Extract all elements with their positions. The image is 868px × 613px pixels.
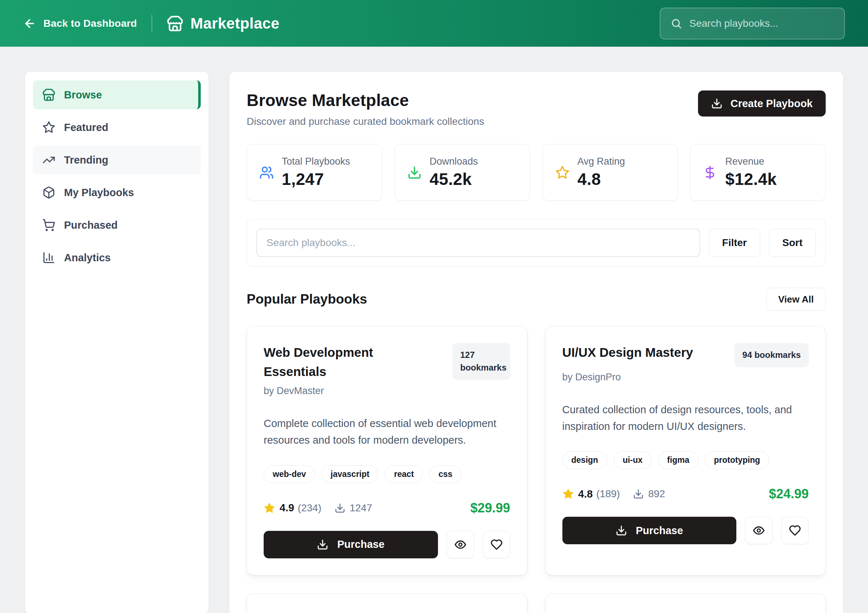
sidebar-item-label: Purchased xyxy=(64,219,118,231)
main-panel: Browse Marketplace Discover and purchase… xyxy=(229,71,843,613)
playbook-author: by DevMaster xyxy=(264,385,510,397)
tag: ui-ux xyxy=(614,451,652,469)
sidebar-item-analytics[interactable]: Analytics xyxy=(33,243,201,272)
filter-button[interactable]: Filter xyxy=(709,229,760,257)
stats-grid: Total Playbooks 1,247 Downloads 45.2k Av… xyxy=(246,144,826,201)
search-filter-bar: Filter Sort xyxy=(246,219,826,267)
playbook-card: Web Development Essentials 127 bookmarks… xyxy=(246,326,527,575)
sidebar-item-browse[interactable]: Browse xyxy=(33,80,201,109)
app-header: Back to Dashboard Marketplace xyxy=(0,0,868,47)
eye-icon xyxy=(454,539,467,551)
stat-label: Revenue xyxy=(725,156,777,167)
sidebar-item-my-playbooks[interactable]: My Playbooks xyxy=(33,178,201,207)
popular-playbooks-title: Popular Playbooks xyxy=(246,292,367,307)
tag: design xyxy=(563,451,607,469)
stat-card-downloads: Downloads 45.2k xyxy=(395,144,530,201)
download-icon xyxy=(633,489,644,500)
stat-label: Total Playbooks xyxy=(282,156,350,167)
download-count: 1247 xyxy=(350,502,372,514)
sidebar-item-label: Analytics xyxy=(64,252,111,264)
tag: react xyxy=(385,466,423,483)
tag: prototyping xyxy=(705,451,769,469)
stat-card-revenue: Revenue $12.4k xyxy=(690,144,826,201)
download-icon xyxy=(407,165,422,180)
playbook-title: Web Development Essentials xyxy=(264,343,419,381)
review-count: (234) xyxy=(298,502,321,514)
playbook-search-input[interactable] xyxy=(256,229,700,257)
sidebar-item-purchased[interactable]: Purchased xyxy=(33,211,201,239)
store-icon xyxy=(167,15,183,32)
stat-value: 1,247 xyxy=(282,169,350,189)
rating-value: 4.9 xyxy=(280,502,294,514)
purchase-button[interactable]: Purchase xyxy=(264,531,438,559)
playbook-description: Complete collection of essential web dev… xyxy=(264,416,510,449)
page-subtitle: Discover and purchase curated bookmark c… xyxy=(246,116,484,127)
tag: figma xyxy=(658,451,698,469)
favorite-button[interactable] xyxy=(483,531,510,559)
bookmarks-badge: 94 bookmarks xyxy=(735,343,809,367)
sidebar: Browse Featured Trending My Playbooks Pu… xyxy=(25,71,209,613)
playbook-grid: Web Development Essentials 127 bookmarks… xyxy=(246,326,826,613)
brand: Marketplace xyxy=(167,15,280,32)
browse-marketplace-title: Browse Marketplace xyxy=(246,90,484,110)
sidebar-item-featured[interactable]: Featured xyxy=(33,113,201,142)
stat-value: 4.8 xyxy=(578,169,625,189)
stat-card-avg-rating: Avg Rating 4.8 xyxy=(542,144,678,201)
price: $29.99 xyxy=(470,500,510,516)
playbook-description: Curated collection of design resources, … xyxy=(563,402,809,435)
search-icon xyxy=(671,18,682,29)
tag: css xyxy=(429,466,461,483)
preview-button[interactable] xyxy=(745,517,772,544)
rating-value: 4.8 xyxy=(578,488,593,500)
download-icon xyxy=(615,525,627,536)
star-filled-icon xyxy=(264,502,275,514)
dollar-icon xyxy=(703,165,717,180)
sidebar-item-label: My Playbooks xyxy=(64,187,134,199)
bookmarks-badge: 127 bookmarks xyxy=(453,343,510,380)
download-count: 892 xyxy=(648,488,665,500)
preview-button[interactable] xyxy=(446,531,474,559)
create-playbook-button[interactable]: Create Playbook xyxy=(698,90,826,116)
header-search xyxy=(660,8,845,39)
stat-label: Downloads xyxy=(430,156,478,167)
back-to-dashboard-link[interactable]: Back to Dashboard xyxy=(23,17,137,30)
sidebar-item-label: Trending xyxy=(64,154,108,166)
heart-icon xyxy=(789,525,801,537)
eye-icon xyxy=(753,525,765,537)
purchase-button[interactable]: Purchase xyxy=(563,517,737,544)
header-divider xyxy=(152,15,152,32)
back-label: Back to Dashboard xyxy=(43,18,137,29)
favorite-button[interactable] xyxy=(781,517,809,544)
playbook-author: by DesignPro xyxy=(563,372,809,383)
tag: javascript xyxy=(321,466,378,483)
tag: web-dev xyxy=(264,466,315,483)
review-count: (189) xyxy=(597,488,620,500)
users-icon xyxy=(259,165,274,180)
star-filled-icon xyxy=(563,488,574,500)
tag-list: web-dev javascript react css xyxy=(264,466,510,483)
purchase-label: Purchase xyxy=(636,525,683,537)
stat-card-total-playbooks: Total Playbooks 1,247 xyxy=(246,144,382,201)
page-body: Browse Featured Trending My Playbooks Pu… xyxy=(0,47,868,613)
store-icon xyxy=(42,88,55,101)
stat-value: 45.2k xyxy=(430,169,478,189)
tag-list: design ui-ux figma prototyping xyxy=(563,451,809,469)
header-search-input[interactable] xyxy=(689,18,834,29)
playbook-card-partial xyxy=(246,593,527,613)
sidebar-item-trending[interactable]: Trending xyxy=(33,146,201,174)
star-icon xyxy=(42,121,55,134)
create-playbook-label: Create Playbook xyxy=(730,98,813,110)
page-title: Marketplace xyxy=(191,15,280,32)
sidebar-item-label: Featured xyxy=(64,122,108,133)
purchase-label: Purchase xyxy=(337,539,384,550)
heart-icon xyxy=(490,539,503,551)
playbook-card: UI/UX Design Mastery 94 bookmarks by Des… xyxy=(546,326,826,575)
view-all-button[interactable]: View All xyxy=(766,288,826,311)
sort-button[interactable]: Sort xyxy=(769,229,816,257)
stat-label: Avg Rating xyxy=(578,156,625,167)
playbook-card-partial xyxy=(546,593,826,613)
download-icon xyxy=(317,539,329,550)
price: $24.99 xyxy=(769,486,809,501)
playbook-title: UI/UX Design Mastery xyxy=(563,343,693,367)
shopping-cart-icon xyxy=(42,219,55,231)
